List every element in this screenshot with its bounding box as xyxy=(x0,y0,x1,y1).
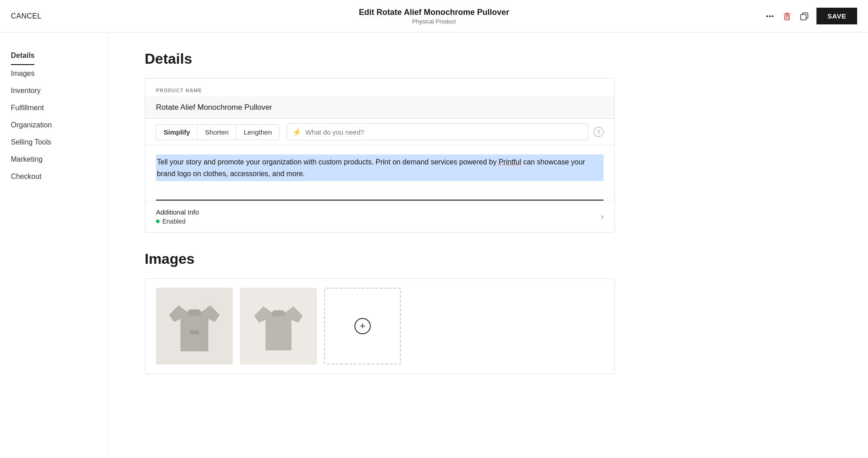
svg-rect-7 xyxy=(190,331,199,334)
help-icon[interactable]: ? xyxy=(594,127,604,137)
add-image-button[interactable]: + xyxy=(324,288,401,365)
more-options-button[interactable] xyxy=(765,8,775,24)
svg-point-1 xyxy=(769,15,771,17)
sidebar-item-fulfillment[interactable]: Fulfillment xyxy=(11,99,97,117)
additional-info-row[interactable]: Additional Info Enabled › xyxy=(145,201,614,232)
sidebar-item-selling-tools[interactable]: Selling Tools xyxy=(11,134,97,151)
chevron-right-icon: › xyxy=(601,212,604,221)
sidebar-item-details[interactable]: Details xyxy=(11,47,34,65)
description-text: Tell your story and promote your organiz… xyxy=(156,154,604,181)
delete-button[interactable] xyxy=(782,8,792,24)
shorten-tab[interactable]: Shorten xyxy=(197,124,236,140)
product-image-2[interactable] xyxy=(240,288,317,365)
enabled-dot xyxy=(156,220,160,223)
svg-rect-4 xyxy=(801,14,806,20)
sidebar: Details Images Inventory Fulfillment Org… xyxy=(0,33,108,458)
images-section: Images xyxy=(145,251,615,374)
product-name-input[interactable] xyxy=(145,97,614,119)
description-area[interactable]: Tell your story and promote your organiz… xyxy=(145,145,614,200)
simplify-tab[interactable]: Simplify xyxy=(156,124,197,140)
product-image-1[interactable] xyxy=(156,288,233,365)
svg-rect-9 xyxy=(272,310,285,317)
topbar-left: CANCEL xyxy=(11,12,101,20)
trash-icon xyxy=(782,11,792,21)
svg-point-0 xyxy=(766,15,768,17)
sidebar-item-inventory[interactable]: Inventory xyxy=(11,82,97,99)
svg-point-2 xyxy=(772,15,774,17)
lightning-icon: ⚡ xyxy=(292,128,302,136)
page-subtitle: Physical Product xyxy=(359,18,509,25)
page-title: Edit Rotate Alief Monochrome Pullover xyxy=(359,8,509,17)
sidebar-item-organization[interactable]: Organization xyxy=(11,117,97,134)
sidebar-item-checkout[interactable]: Checkout xyxy=(11,168,97,185)
add-circle-icon: + xyxy=(354,318,371,334)
printful-link: Printful xyxy=(499,158,521,166)
duplicate-icon xyxy=(799,11,809,21)
product-image-2-svg xyxy=(240,288,317,365)
product-name-label: PRODUCT NAME xyxy=(145,79,614,97)
sidebar-item-marketing[interactable]: Marketing xyxy=(11,151,97,168)
svg-rect-3 xyxy=(785,15,789,20)
save-button[interactable]: SAVE xyxy=(816,8,857,24)
product-image-1-svg xyxy=(156,288,233,365)
duplicate-button[interactable] xyxy=(799,8,809,24)
ai-toolbar: Simplify Shorten Lengthen ⚡ ? xyxy=(145,119,614,145)
images-section-title: Images xyxy=(145,251,615,267)
enabled-label: Enabled xyxy=(162,218,185,225)
ai-search-field[interactable]: ⚡ xyxy=(287,123,588,140)
sidebar-item-images[interactable]: Images xyxy=(11,65,97,82)
additional-info-title: Additional Info xyxy=(156,208,199,216)
topbar-actions: SAVE xyxy=(767,8,857,24)
lengthen-tab[interactable]: Lengthen xyxy=(236,124,280,140)
topbar: CANCEL Edit Rotate Alief Monochrome Pull… xyxy=(0,0,868,33)
cancel-button[interactable]: CANCEL xyxy=(11,12,42,20)
additional-info-status: Enabled xyxy=(156,218,199,225)
svg-rect-6 xyxy=(188,309,201,316)
details-card: PRODUCT NAME Simplify Shorten Lengthen ⚡… xyxy=(145,78,615,233)
images-grid: + xyxy=(156,288,604,365)
more-horizontal-icon xyxy=(765,11,775,21)
images-card: + xyxy=(145,278,615,374)
topbar-center: Edit Rotate Alief Monochrome Pullover Ph… xyxy=(359,8,509,25)
details-section-title: Details xyxy=(145,51,615,67)
main-layout: Details Images Inventory Fulfillment Org… xyxy=(0,33,868,458)
additional-info-content: Additional Info Enabled xyxy=(156,208,199,225)
main-content: Details PRODUCT NAME Simplify Shorten Le… xyxy=(108,33,651,458)
ai-search-input[interactable] xyxy=(305,128,582,136)
